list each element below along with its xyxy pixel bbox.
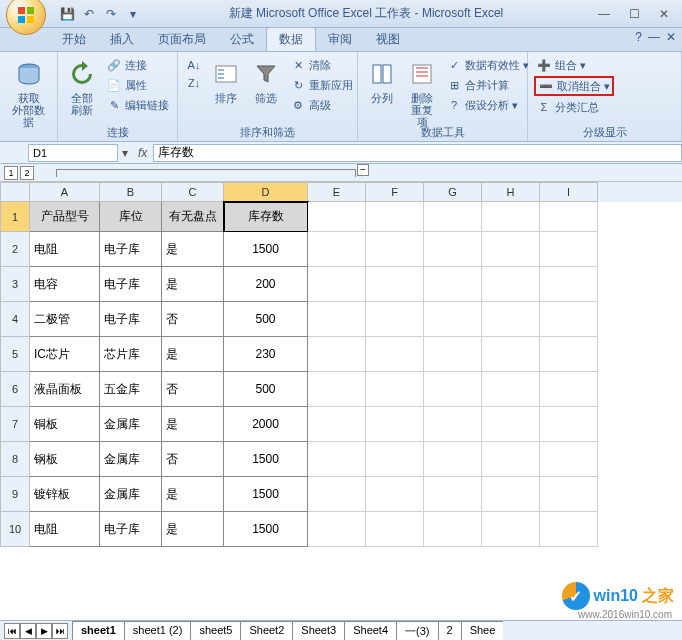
tab-nav-first[interactable]: ⏮ [4,623,20,639]
cell-B1[interactable]: 库位 [100,202,162,232]
cell-I3[interactable] [540,267,598,302]
tab-nav-last[interactable]: ⏭ [52,623,68,639]
refresh-all-button[interactable]: 全部刷新 [64,56,100,118]
cell-B9[interactable]: 金属库 [100,477,162,512]
cell-E7[interactable] [308,407,366,442]
edit-links-button[interactable]: ✎编辑链接 [104,96,171,114]
tab-formulas[interactable]: 公式 [218,28,266,51]
row-header-1[interactable]: 1 [0,202,30,232]
cell-F6[interactable] [366,372,424,407]
cell-F1[interactable] [366,202,424,232]
tab-review[interactable]: 审阅 [316,28,364,51]
col-header-B[interactable]: B [100,182,162,202]
cell-G3[interactable] [424,267,482,302]
cell-G9[interactable] [424,477,482,512]
cell-D10[interactable]: 1500 [224,512,308,547]
cell-B8[interactable]: 金属库 [100,442,162,477]
cell-I10[interactable] [540,512,598,547]
cell-D6[interactable]: 500 [224,372,308,407]
col-header-I[interactable]: I [540,182,598,202]
cell-I7[interactable] [540,407,598,442]
cell-H5[interactable] [482,337,540,372]
minimize-button[interactable]: — [590,4,618,24]
cell-C9[interactable]: 是 [162,477,224,512]
cell-D9[interactable]: 1500 [224,477,308,512]
sheet-tab-6[interactable]: 一(3) [396,621,438,641]
qat-dropdown-icon[interactable]: ▾ [124,5,142,23]
cell-A2[interactable]: 电阻 [30,232,100,267]
cell-G1[interactable] [424,202,482,232]
sheet-tab-7[interactable]: 2 [438,621,462,641]
text-to-columns-button[interactable]: 分列 [364,56,400,106]
cell-H7[interactable] [482,407,540,442]
cell-G7[interactable] [424,407,482,442]
name-box[interactable]: D1 [28,144,118,162]
col-header-G[interactable]: G [424,182,482,202]
properties-button[interactable]: 📄属性 [104,76,171,94]
cell-A10[interactable]: 电阻 [30,512,100,547]
cell-I6[interactable] [540,372,598,407]
cell-I4[interactable] [540,302,598,337]
cell-C8[interactable]: 否 [162,442,224,477]
sheet-tab-5[interactable]: Sheet4 [344,621,397,641]
cell-B6[interactable]: 五金库 [100,372,162,407]
tab-home[interactable]: 开始 [50,28,98,51]
sheet-tab-2[interactable]: sheet5 [190,621,241,641]
col-header-D[interactable]: D [224,182,308,202]
select-all-corner[interactable] [0,182,30,202]
reapply-button[interactable]: ↻重新应用 [288,76,355,94]
group-button[interactable]: ➕组合 ▾ [534,56,614,74]
filter-button[interactable]: 筛选 [248,56,284,106]
row-header-8[interactable]: 8 [0,442,30,477]
cell-H8[interactable] [482,442,540,477]
cell-C5[interactable]: 是 [162,337,224,372]
sheet-tab-1[interactable]: sheet1 (2) [124,621,192,641]
cell-H10[interactable] [482,512,540,547]
sheet-tab-0[interactable]: sheet1 [72,621,125,641]
row-header-2[interactable]: 2 [0,232,30,267]
cell-H3[interactable] [482,267,540,302]
tab-nav-prev[interactable]: ◀ [20,623,36,639]
cell-C10[interactable]: 是 [162,512,224,547]
cell-D1[interactable]: 库存数 [224,202,308,232]
cell-C4[interactable]: 否 [162,302,224,337]
cell-B4[interactable]: 电子库 [100,302,162,337]
sheet-tab-4[interactable]: Sheet3 [292,621,345,641]
col-header-E[interactable]: E [308,182,366,202]
cell-E2[interactable] [308,232,366,267]
cell-I8[interactable] [540,442,598,477]
cell-G8[interactable] [424,442,482,477]
cell-E5[interactable] [308,337,366,372]
subtotal-button[interactable]: Σ分类汇总 [534,98,614,116]
row-header-4[interactable]: 4 [0,302,30,337]
col-header-F[interactable]: F [366,182,424,202]
row-header-6[interactable]: 6 [0,372,30,407]
cell-D3[interactable]: 200 [224,267,308,302]
cell-B10[interactable]: 电子库 [100,512,162,547]
cell-H2[interactable] [482,232,540,267]
data-validation-button[interactable]: ✓数据有效性 ▾ [444,56,531,74]
cell-G5[interactable] [424,337,482,372]
cell-E6[interactable] [308,372,366,407]
cell-E9[interactable] [308,477,366,512]
cell-A6[interactable]: 液晶面板 [30,372,100,407]
redo-icon[interactable]: ↷ [102,5,120,23]
tab-view[interactable]: 视图 [364,28,412,51]
undo-icon[interactable]: ↶ [80,5,98,23]
sort-asc-button[interactable]: A↓ [184,56,204,74]
cell-F9[interactable] [366,477,424,512]
cell-H6[interactable] [482,372,540,407]
formula-input[interactable] [153,144,682,162]
ungroup-button[interactable]: ➖取消组合 ▾ [534,76,614,96]
cell-D7[interactable]: 2000 [224,407,308,442]
maximize-button[interactable]: ☐ [620,4,648,24]
row-header-3[interactable]: 3 [0,267,30,302]
cell-F4[interactable] [366,302,424,337]
whatif-button[interactable]: ?假设分析 ▾ [444,96,531,114]
cell-A9[interactable]: 镀锌板 [30,477,100,512]
cell-A3[interactable]: 电容 [30,267,100,302]
consolidate-button[interactable]: ⊞合并计算 [444,76,531,94]
cell-E4[interactable] [308,302,366,337]
cell-F2[interactable] [366,232,424,267]
clear-filter-button[interactable]: ✕清除 [288,56,355,74]
